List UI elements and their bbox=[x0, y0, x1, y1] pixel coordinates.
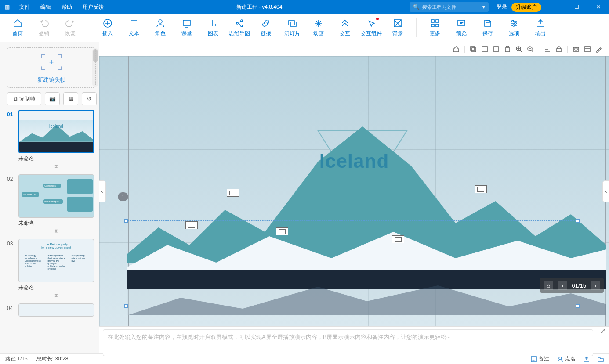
chevron-down-icon[interactable]: ▾ bbox=[482, 4, 485, 10]
edit-icon[interactable] bbox=[595, 45, 603, 53]
app-logo-icon: ▥ bbox=[0, 4, 14, 10]
save-button[interactable]: 保存 bbox=[475, 14, 501, 42]
mindmap-button[interactable]: 思维导图 bbox=[226, 14, 253, 42]
svg-point-5 bbox=[241, 25, 243, 27]
slide-thumb-03[interactable]: 03 the Reform partyfor a new government … bbox=[7, 239, 94, 300]
svg-point-1 bbox=[159, 20, 162, 23]
minimize-button[interactable]: — bbox=[546, 0, 563, 14]
insert-button[interactable]: 插入 bbox=[94, 14, 121, 42]
redo-button[interactable]: 恢复 bbox=[57, 14, 83, 42]
svg-rect-21 bbox=[482, 47, 487, 52]
cursor-click-icon bbox=[366, 18, 376, 28]
nav-home-button[interactable]: ⌂ bbox=[544, 281, 553, 290]
preview-button[interactable]: 预览 bbox=[448, 14, 475, 42]
options-button[interactable]: 选项 bbox=[501, 14, 527, 42]
class-button[interactable]: 课堂 bbox=[174, 14, 200, 42]
play-icon bbox=[457, 18, 466, 28]
menu-feedback[interactable]: 用户反馈 bbox=[77, 0, 109, 14]
upgrade-button[interactable]: 升级账户 bbox=[511, 3, 541, 12]
qr-button[interactable]: ▩ bbox=[63, 92, 78, 105]
collapse-left-button[interactable]: ‹ bbox=[99, 180, 106, 202]
frame-navigator: ⌂ ‹ 01/15 › bbox=[540, 278, 604, 293]
role-button[interactable]: 角色 bbox=[147, 14, 174, 42]
template-icon[interactable] bbox=[584, 45, 591, 53]
anim-button[interactable]: 动画 bbox=[305, 14, 332, 42]
status-upload-icon[interactable] bbox=[584, 356, 590, 362]
menu-file[interactable]: 文件 bbox=[14, 0, 35, 14]
mindmap-icon bbox=[235, 18, 244, 28]
status-roll-button[interactable]: 点名 bbox=[557, 355, 576, 363]
svg-rect-20 bbox=[472, 48, 476, 52]
undo-button[interactable]: 撤销 bbox=[31, 14, 57, 42]
copy-frame-button[interactable]: ⧉复制帧 bbox=[7, 92, 41, 105]
canvas-stage[interactable]: Iceland 1 ⌂ ‹ 01/15 › ‹ ‹ bbox=[99, 56, 609, 326]
expand-notes-button[interactable]: ⤢ bbox=[596, 327, 609, 339]
sliders-icon bbox=[509, 18, 519, 28]
search-icon: 🔍 bbox=[413, 4, 420, 10]
lock-icon[interactable] bbox=[555, 45, 563, 53]
login-link[interactable]: 登录 bbox=[497, 4, 507, 11]
undo-icon bbox=[39, 18, 49, 28]
camera-icon[interactable] bbox=[572, 45, 580, 53]
window-title: 新建工程 - v4.8.404 bbox=[109, 4, 410, 11]
search-placeholder: 搜索工程内文件 bbox=[422, 4, 482, 11]
svg-point-34 bbox=[559, 357, 562, 360]
notes-input[interactable] bbox=[103, 329, 593, 356]
copy-icon[interactable] bbox=[469, 45, 477, 53]
new-frame-button[interactable]: + 新建镜头帧 bbox=[7, 47, 96, 88]
slide-thumb-01[interactable]: 01 Iceland 未命名 ⧗ bbox=[7, 110, 94, 171]
nav-prev-button[interactable]: ‹ bbox=[558, 281, 567, 290]
menu-help[interactable]: 帮助 bbox=[56, 0, 77, 14]
interact-button[interactable]: 交互 bbox=[332, 14, 358, 42]
svg-point-15 bbox=[512, 20, 514, 22]
canvas-title-text[interactable]: Iceland bbox=[99, 150, 609, 172]
frame-marker[interactable] bbox=[475, 185, 487, 193]
svg-rect-30 bbox=[585, 47, 590, 52]
search-input[interactable]: 🔍 搜索工程内文件 ▾ bbox=[410, 2, 489, 12]
selection-box[interactable] bbox=[126, 220, 578, 306]
canvas-toolbar bbox=[99, 42, 609, 56]
zoom-out-icon[interactable] bbox=[526, 45, 534, 53]
home-nav-icon[interactable] bbox=[452, 45, 460, 53]
more-button[interactable]: 更多 bbox=[422, 14, 448, 42]
main-menu: 文件 编辑 帮助 用户反馈 bbox=[14, 0, 109, 14]
slide-button[interactable]: 幻灯片 bbox=[279, 14, 305, 42]
svg-rect-22 bbox=[494, 47, 498, 52]
copy-icon: ⧉ bbox=[14, 96, 18, 102]
cut-icon[interactable] bbox=[481, 45, 489, 53]
collapse-right-button[interactable]: ‹ bbox=[602, 180, 609, 202]
output-button[interactable]: 输出 bbox=[527, 14, 554, 42]
interact-comp-button[interactable]: 交互组件 bbox=[358, 14, 384, 42]
status-folder-icon[interactable] bbox=[598, 356, 604, 362]
frame-marker[interactable] bbox=[227, 189, 239, 197]
link-button[interactable]: 链接 bbox=[253, 14, 279, 42]
slides-list: 01 Iceland 未命名 ⧗ 02 Join in the EU bbox=[7, 110, 96, 317]
frame-index-badge: 1 bbox=[118, 192, 128, 201]
text-button[interactable]: 文本 bbox=[121, 14, 147, 42]
title-bar: ▥ 文件 编辑 帮助 用户反馈 新建工程 - v4.8.404 🔍 搜索工程内文… bbox=[0, 0, 609, 14]
svg-rect-2 bbox=[183, 20, 190, 25]
bg-button[interactable]: 背景 bbox=[384, 14, 411, 42]
menu-edit[interactable]: 编辑 bbox=[35, 0, 56, 14]
close-button[interactable]: ✕ bbox=[590, 0, 607, 14]
home-button[interactable]: 首页 bbox=[4, 14, 31, 42]
chart-button[interactable]: 图表 bbox=[200, 14, 226, 42]
paste-icon[interactable] bbox=[492, 45, 500, 53]
svg-rect-27 bbox=[557, 49, 561, 52]
svg-rect-6 bbox=[289, 21, 294, 25]
background-icon bbox=[393, 18, 402, 28]
board-icon bbox=[182, 18, 192, 28]
svg-point-4 bbox=[241, 20, 243, 22]
slide-thumb-04[interactable]: 04 bbox=[7, 303, 94, 317]
status-remark-button[interactable]: 备注 bbox=[531, 355, 549, 363]
align-icon[interactable] bbox=[544, 45, 551, 53]
slide-thumb-02[interactable]: 02 Join in the EU Advantages Disadvantag… bbox=[7, 174, 94, 235]
plus-circle-icon bbox=[103, 18, 112, 28]
maximize-button[interactable]: ☐ bbox=[568, 0, 585, 14]
zoom-in-icon[interactable] bbox=[515, 45, 523, 53]
nav-page-indicator: 01/15 bbox=[572, 282, 586, 289]
camera-button[interactable]: 📷 bbox=[45, 92, 60, 105]
nav-next-button[interactable]: › bbox=[591, 281, 600, 290]
clipboard-icon[interactable] bbox=[504, 45, 511, 53]
swap-button[interactable]: ↺ bbox=[82, 92, 97, 105]
